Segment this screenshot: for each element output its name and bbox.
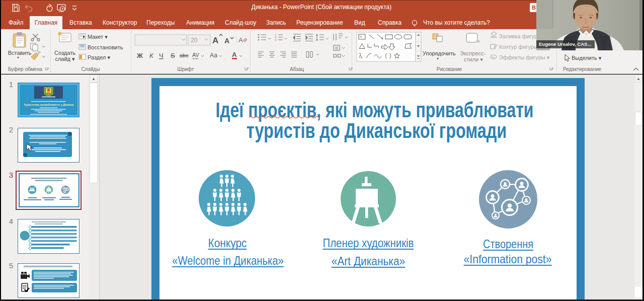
svg-text:К: К: [149, 52, 154, 59]
svg-text:Ч: Ч: [159, 52, 164, 59]
svg-text:abс: abс: [180, 52, 189, 58]
svg-text:Аа: Аа: [210, 52, 217, 59]
svg-text:Ж: Ж: [136, 52, 143, 59]
svg-text:А: А: [238, 36, 243, 44]
svg-text:А: А: [232, 51, 237, 58]
svg-text:Туристична привабливість у Дик: Туристична привабливість у Диканці: [24, 103, 74, 106]
svg-text:А: А: [224, 37, 229, 45]
svg-text:AV: AV: [192, 52, 200, 58]
svg-text:S: S: [171, 52, 175, 59]
svg-text:20: 20: [191, 37, 198, 44]
svg-text:3: 3: [275, 38, 276, 41]
svg-text:А: А: [212, 36, 218, 45]
